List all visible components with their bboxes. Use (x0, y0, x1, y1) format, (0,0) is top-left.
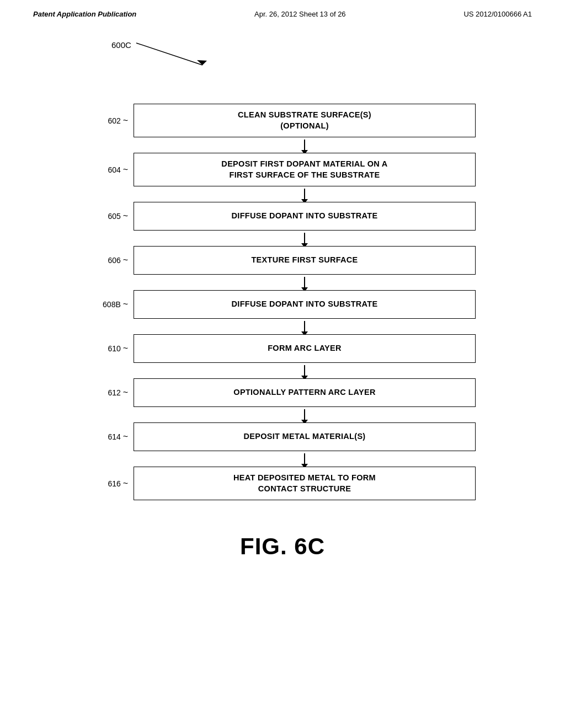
page-header: Patent Application Publication Apr. 26, … (0, 0, 565, 24)
arrow-610-612 (89, 363, 476, 378)
step-label-612: 612 ~ (89, 388, 134, 398)
flow-row-610: 610 ~ FORM ARC LAYER (89, 334, 476, 363)
step-label-614: 614 ~ (89, 432, 134, 442)
step-box-616: HEAT DEPOSITED METAL TO FORMCONTACT STRU… (134, 467, 476, 500)
arrow-612-614 (89, 407, 476, 422)
step-box-604: DEPOSIT FIRST DOPANT MATERIAL ON AFIRST … (134, 153, 476, 186)
step-label-604: 604 ~ (89, 165, 134, 175)
step-label-610: 610 ~ (89, 344, 134, 354)
flow-row-612: 612 ~ OPTIONALLY PATTERN ARC LAYER (89, 378, 476, 407)
step-label-605: 605 ~ (89, 211, 134, 221)
step-label-606: 606 ~ (89, 255, 134, 265)
header-patent-number: US 2012/0100666 A1 (463, 10, 532, 18)
step-box-610: FORM ARC LAYER (134, 334, 476, 363)
diagram-id-label: 600C (111, 40, 131, 50)
step-box-602: CLEAN SUBSTRATE SURFACE(S)(OPTIONAL) (134, 104, 476, 137)
step-label-602: 602 ~ (89, 116, 134, 126)
diagram-id-arrow (131, 35, 241, 73)
flow-row-614: 614 ~ DEPOSIT METAL MATERIAL(S) (89, 422, 476, 451)
header-date-sheet: Apr. 26, 2012 Sheet 13 of 26 (254, 10, 346, 18)
step-box-614: DEPOSIT METAL MATERIAL(S) (134, 422, 476, 451)
step-box-608b: DIFFUSE DOPANT INTO SUBSTRATE (134, 290, 476, 319)
arrow-606-608b (89, 275, 476, 290)
header-publication-type: Patent Application Publication (33, 10, 136, 18)
flow-row-616: 616 ~ HEAT DEPOSITED METAL TO FORMCONTAC… (89, 467, 476, 500)
arrow-608b-610 (89, 319, 476, 334)
flowchart: 602 ~ CLEAN SUBSTRATE SURFACE(S)(OPTIONA… (89, 104, 476, 500)
arrow-602-604 (89, 137, 476, 153)
figure-label: FIG. 6C (240, 533, 325, 560)
flow-row-605: 605 ~ DIFFUSE DOPANT INTO SUBSTRATE (89, 202, 476, 231)
arrow-614-616 (89, 451, 476, 467)
step-box-605: DIFFUSE DOPANT INTO SUBSTRATE (134, 202, 476, 231)
step-label-616: 616 ~ (89, 479, 134, 489)
arrow-605-606 (89, 231, 476, 246)
step-box-612: OPTIONALLY PATTERN ARC LAYER (134, 378, 476, 407)
diagram-container: 600C 602 ~ CLEAN SUBSTRATE SURFACE(S)(OP… (0, 24, 565, 560)
svg-marker-1 (197, 60, 207, 65)
flow-row-608b: 608B ~ DIFFUSE DOPANT INTO SUBSTRATE (89, 290, 476, 319)
svg-line-0 (136, 43, 202, 65)
step-box-606: TEXTURE FIRST SURFACE (134, 246, 476, 275)
step-label-608b: 608B ~ (89, 299, 134, 309)
arrow-604-605 (89, 186, 476, 202)
flow-row-602: 602 ~ CLEAN SUBSTRATE SURFACE(S)(OPTIONA… (89, 104, 476, 137)
flow-row-606: 606 ~ TEXTURE FIRST SURFACE (89, 246, 476, 275)
flow-row-604: 604 ~ DEPOSIT FIRST DOPANT MATERIAL ON A… (89, 153, 476, 186)
